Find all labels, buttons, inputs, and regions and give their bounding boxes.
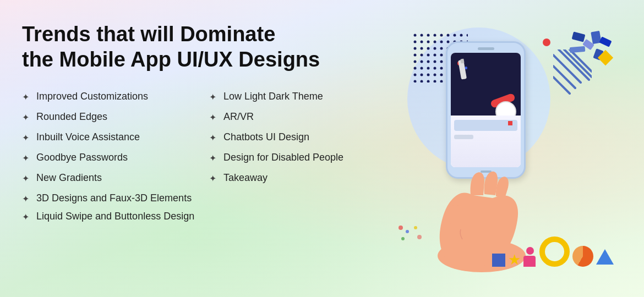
list-item-item-improved: Improved Customizations xyxy=(22,87,209,106)
star-icon xyxy=(22,112,32,122)
star-icon xyxy=(22,133,32,142)
list-item-label: Low Light Dark Theme xyxy=(223,91,323,102)
list-item-label: AR/VR xyxy=(223,111,254,123)
star-icon xyxy=(209,133,219,142)
blue-triangle xyxy=(596,249,614,265)
list-item-label: Liquid Swipe and Buttonless Design xyxy=(36,211,194,222)
list-item-item-arvr: AR/VR xyxy=(209,108,396,126)
list-item-item-3d: 3D Designs and Faux-3D Elements xyxy=(22,189,396,207)
orange-pie xyxy=(572,246,593,267)
list-item-label: 3D Designs and Faux-3D Elements xyxy=(36,193,192,204)
list-item-label: Inbuilt Voice Assistance xyxy=(36,131,140,143)
page-title: Trends that will Dominate the Mobile App… xyxy=(22,22,396,72)
list-full-width: 3D Designs and Faux-3D ElementsLiquid Sw… xyxy=(22,189,396,226)
svg-point-19 xyxy=(414,226,417,229)
star-icon xyxy=(22,194,32,204)
list-item-item-gradients: New Gradients xyxy=(22,169,209,187)
left-section: Trends that will Dominate the Mobile App… xyxy=(22,22,396,280)
svg-point-17 xyxy=(399,226,403,230)
right-section: ★ xyxy=(396,22,622,280)
list-item-item-disabled: Design for Disabled People xyxy=(209,148,396,167)
star-icon xyxy=(209,92,219,102)
svg-point-20 xyxy=(401,237,405,240)
list-item-label: Takeaway xyxy=(223,172,268,184)
list-item-label: Rounded Edges xyxy=(36,111,107,123)
blue-square xyxy=(492,254,505,267)
list-item-item-voice: Inbuilt Voice Assistance xyxy=(22,128,209,146)
phone-wrapper xyxy=(416,30,603,272)
list-item-label: Design for Disabled People xyxy=(223,152,343,163)
list-item-item-takeaway: Takeaway xyxy=(209,169,396,187)
list-item-item-lowlight: Low Light Dark Theme xyxy=(209,87,396,106)
star-icon xyxy=(22,212,32,222)
list-section: Improved CustomizationsRounded EdgesInbu… xyxy=(22,87,396,187)
page-container: Trends that will Dominate the Mobile App… xyxy=(0,0,644,297)
list-item-item-rounded: Rounded Edges xyxy=(22,108,209,126)
list-item-label: New Gradients xyxy=(36,172,102,184)
star-icon xyxy=(22,173,32,183)
person-icon xyxy=(523,247,537,267)
star-icon xyxy=(22,92,32,102)
list-item-label: Chatbots UI Design xyxy=(223,131,309,143)
list-col-1: Improved CustomizationsRounded EdgesInbu… xyxy=(22,87,209,187)
yellow-ring xyxy=(539,237,570,267)
list-col-2: Low Light Dark ThemeAR/VRChatbots UI Des… xyxy=(209,87,396,187)
svg-point-21 xyxy=(417,235,422,239)
list-item-label: Goodbye Passwords xyxy=(36,152,128,163)
yellow-star: ★ xyxy=(508,252,521,267)
bottom-decorations: ★ xyxy=(492,237,614,267)
star-icon xyxy=(22,153,32,163)
list-item-label: Improved Customizations xyxy=(36,91,148,102)
star-icon xyxy=(209,173,219,183)
list-item-item-passwords: Goodbye Passwords xyxy=(22,148,209,167)
svg-point-18 xyxy=(406,230,409,233)
star-icon xyxy=(209,112,219,122)
star-icon xyxy=(209,153,219,163)
scattered-dots xyxy=(396,223,424,248)
list-item-item-liquid: Liquid Swipe and Buttonless Design xyxy=(22,207,396,226)
list-item-item-chatbots: Chatbots UI Design xyxy=(209,128,396,146)
